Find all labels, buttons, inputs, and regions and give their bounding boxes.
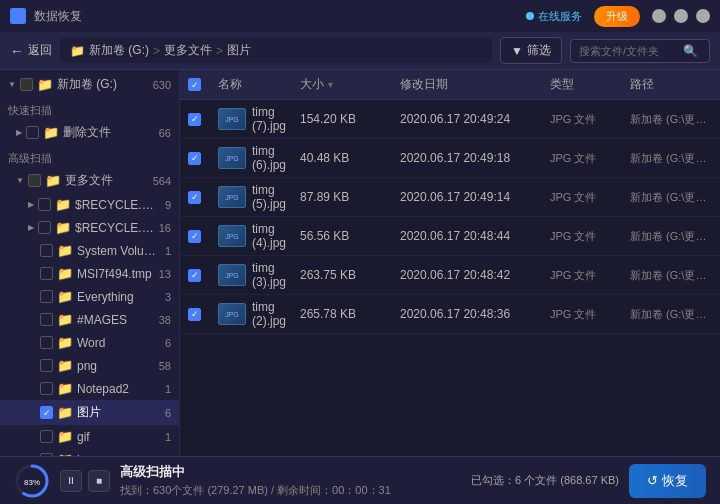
breadcrumb-part3[interactable]: 图片 [227,42,251,59]
maximize-button[interactable] [674,9,688,23]
cb[interactable] [40,382,53,395]
row-checkbox-cell: ✓ [188,230,218,243]
cb[interactable] [38,221,51,234]
count: 6 [165,337,171,349]
breadcrumb-bar: ← 返回 📁 新加卷 (G:) > 更多文件 > 图片 ▼ 筛选 🔍 [0,32,720,70]
row-checkbox[interactable]: ✓ [188,113,201,126]
back-button[interactable]: ← 返回 [10,42,52,59]
count: 38 [159,314,171,326]
folder-icon: 📁 [57,452,73,456]
sidebar-item-png[interactable]: 📁 png 58 [0,354,179,377]
cb[interactable] [40,430,53,443]
file-thumb-img: JPG [218,264,246,286]
table-row[interactable]: ✓ JPG timg (2).jpg 265.78 KB 2020.06.17 … [180,295,720,334]
sidebar-root[interactable]: ▼ 📁 新加卷 (G:) 630 [0,70,179,97]
file-name: timg (4).jpg [252,222,300,250]
sidebar-item-gif[interactable]: 📁 gif 1 [0,425,179,448]
file-date: 2020.06.17 20:49:18 [400,151,550,165]
table-row[interactable]: ✓ JPG timg (7).jpg 154.20 KB 2020.06.17 … [180,100,720,139]
cb[interactable] [40,244,53,257]
file-type: JPG 文件 [550,112,630,127]
cb[interactable] [40,290,53,303]
sidebar-item-word[interactable]: 📁 Word 6 [0,331,179,354]
breadcrumb-sep2: > [216,44,223,58]
cb[interactable]: ✓ [40,406,53,419]
upgrade-button[interactable]: 升级 [594,6,640,27]
count: 58 [159,360,171,372]
pause-button[interactable]: ⏸ [60,470,82,492]
col-date-label: 修改日期 [400,76,448,93]
folder-icon: 📁 [57,312,73,327]
row-checkbox[interactable]: ✓ [188,308,201,321]
file-type: JPG 文件 [550,307,630,322]
minimize-button[interactable] [652,9,666,23]
folder-icon: 📁 [57,405,73,420]
folder-icon: 📁 [57,289,73,304]
row-checkbox[interactable]: ✓ [188,191,201,204]
row-checkbox[interactable]: ✓ [188,230,201,243]
sidebar-item-pictures[interactable]: ✓ 📁 图片 6 [0,400,179,425]
cb[interactable] [40,267,53,280]
cb[interactable] [38,198,51,211]
breadcrumb-sep1: > [153,44,160,58]
label: Everything [77,290,161,304]
col-path: 路径 [630,76,712,93]
sidebar-item-sysvolinfo[interactable]: 📁 System Volume Inf... 1 [0,239,179,262]
file-size: 263.75 KB [300,268,400,282]
sidebar-item-deleted[interactable]: ▶ 📁 删除文件 66 [0,120,179,145]
table-row[interactable]: ✓ JPG timg (5).jpg 87.89 KB 2020.06.17 2… [180,178,720,217]
restore-button[interactable]: ↺ 恢复 [629,464,706,498]
sidebar-item-mages[interactable]: 📁 #MAGES 38 [0,308,179,331]
root-checkbox[interactable] [20,78,33,91]
file-thumbnail: JPG [218,264,246,286]
file-path: 新加卷 (G:\更多文件... [630,229,712,244]
label: Notepad2 [77,382,161,396]
deep-scan-label: 高级扫描 [8,152,52,164]
table-row[interactable]: ✓ JPG timg (6).jpg 40.48 KB 2020.06.17 2… [180,139,720,178]
file-name: timg (6).jpg [252,144,300,172]
sidebar-item-msi[interactable]: 📁 MSI7f494.tmp 13 [0,262,179,285]
sidebar-item-recycle1[interactable]: ▶ 📁 $RECYCLE.BIN 9 [0,193,179,216]
expand-icon: ▶ [28,200,34,209]
table-row[interactable]: ✓ JPG timg (3).jpg 263.75 KB 2020.06.17 … [180,256,720,295]
cb[interactable] [40,336,53,349]
sidebar-more-files[interactable]: ▼ 📁 更多文件 564 [0,168,179,193]
table-header: ✓ 名称 大小 ▼ 修改日期 类型 路径 [180,70,720,100]
stop-button[interactable]: ■ [88,470,110,492]
sidebar-item-jpg[interactable]: 📁 jpg 39 [0,448,179,456]
file-size: 40.48 KB [300,151,400,165]
file-thumbnail: JPG [218,147,246,169]
deleted-checkbox[interactable] [26,126,39,139]
file-type: JPG 文件 [550,229,630,244]
sidebar-item-everything[interactable]: 📁 Everything 3 [0,285,179,308]
file-size: 87.89 KB [300,190,400,204]
count: 1 [165,245,171,257]
row-checkbox[interactable]: ✓ [188,269,201,282]
sidebar-item-notepad2[interactable]: 📁 Notepad2 1 [0,377,179,400]
back-arrow-icon: ← [10,43,24,59]
breadcrumb-part2[interactable]: 更多文件 [164,42,212,59]
title-bar-left: 数据恢复 [10,8,82,25]
file-date: 2020.06.17 20:48:44 [400,229,550,243]
cb[interactable] [40,453,53,456]
expand-icon: ▶ [16,128,22,137]
breadcrumb-part1[interactable]: 新加卷 (G:) [89,42,149,59]
close-button[interactable] [696,9,710,23]
col-size[interactable]: 大小 ▼ [300,76,400,93]
filter-button[interactable]: ▼ 筛选 [500,37,562,64]
sidebar-item-recycle2[interactable]: ▶ 📁 $RECYCLE.BIN 16 [0,216,179,239]
file-path: 新加卷 (G:\更多文件... [630,190,712,205]
file-type: JPG 文件 [550,190,630,205]
col-type-label: 类型 [550,76,574,93]
cb[interactable] [40,359,53,372]
label: System Volume Inf... [77,244,161,258]
label: jpg [77,453,155,457]
more-checkbox[interactable] [28,174,41,187]
row-checkbox[interactable]: ✓ [188,152,201,165]
search-input[interactable] [579,45,679,57]
label: $RECYCLE.BIN [75,221,155,235]
breadcrumb-icon: 📁 [70,44,85,58]
table-row[interactable]: ✓ JPG timg (4).jpg 56.56 KB 2020.06.17 2… [180,217,720,256]
cb[interactable] [40,313,53,326]
select-all-checkbox[interactable]: ✓ [188,78,201,91]
